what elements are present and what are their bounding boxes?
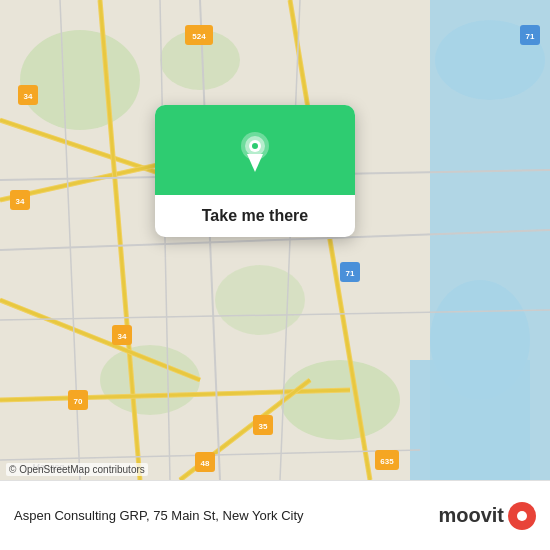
moovit-dot-inner — [517, 511, 527, 521]
take-me-there-button[interactable]: Take me there — [202, 207, 308, 225]
moovit-text: moovit — [438, 504, 504, 527]
svg-text:35: 35 — [259, 422, 268, 431]
svg-rect-4 — [410, 360, 530, 480]
svg-text:635: 635 — [380, 457, 394, 466]
moovit-dot-icon — [508, 502, 536, 530]
svg-text:524: 524 — [192, 32, 206, 41]
svg-text:71: 71 — [526, 32, 535, 41]
svg-point-57 — [252, 143, 258, 149]
moovit-logo: moovit — [438, 502, 536, 530]
svg-text:70: 70 — [74, 397, 83, 406]
map-container: 34 34 34 70 35 71 71 524 635 48 Manasq..… — [0, 0, 550, 480]
map-attribution: © OpenStreetMap contributors — [6, 463, 148, 476]
location-pin-icon — [233, 128, 277, 172]
card-body: Take me there — [155, 195, 355, 237]
svg-point-8 — [100, 345, 200, 415]
svg-text:34: 34 — [118, 332, 127, 341]
svg-point-5 — [20, 30, 140, 130]
bottom-bar: Aspen Consulting GRP, 75 Main St, New Yo… — [0, 480, 550, 550]
svg-text:48: 48 — [201, 459, 210, 468]
svg-marker-56 — [247, 154, 263, 172]
svg-point-9 — [215, 265, 305, 335]
svg-text:34: 34 — [16, 197, 25, 206]
svg-text:34: 34 — [24, 92, 33, 101]
card-header — [155, 105, 355, 195]
location-card: Take me there — [155, 105, 355, 237]
svg-point-7 — [280, 360, 400, 440]
location-label: Aspen Consulting GRP, 75 Main St, New Yo… — [14, 508, 438, 523]
svg-text:71: 71 — [346, 269, 355, 278]
